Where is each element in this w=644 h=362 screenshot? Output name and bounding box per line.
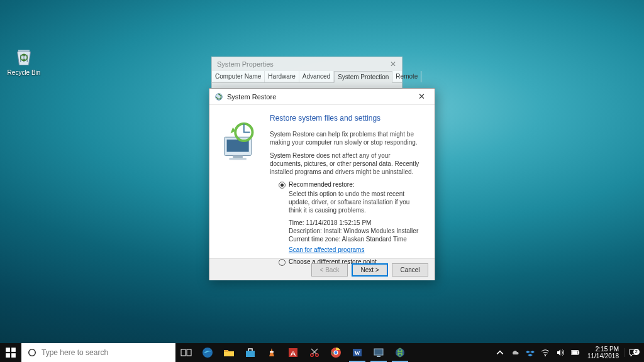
svg-rect-27 [377,356,380,357]
taskbar-app-store[interactable] [240,343,261,362]
cloud-icon [511,348,519,357]
taskbar-app-globe[interactable] [389,343,411,362]
svg-rect-10 [11,353,16,358]
acrobat-icon [287,347,299,358]
battery-icon [571,348,580,357]
sysprop-tabstrip: Computer Name Hardware Advanced System P… [212,71,402,83]
dialog-illustration [209,105,269,258]
recycle-bin-icon [13,45,35,68]
taskbar-search[interactable]: Type here to search [21,343,175,362]
svg-rect-8 [11,348,16,352]
taskbar-app-word[interactable]: W [347,343,368,362]
tab-computer-name[interactable]: Computer Name [212,71,265,82]
monitor-icon [373,347,384,358]
radio-recommended[interactable] [279,182,286,189]
taskbar-app-snip[interactable] [304,343,325,362]
svg-point-28 [396,348,404,357]
scissors-icon [309,347,320,358]
system-restore-icon [214,92,223,101]
tray-chevron[interactable] [493,343,507,362]
task-view-button[interactable] [175,343,197,362]
taskbar-app-acrobat[interactable] [282,343,304,362]
dialog-title: System Restore [227,93,276,101]
vlc-cone-icon [266,347,277,358]
recycle-bin-label: Recycle Bin [5,69,43,76]
dropbox-icon [526,348,535,357]
svg-rect-5 [229,158,246,160]
tray-dropbox[interactable] [523,343,537,362]
taskbar-clock[interactable]: 2:15 PM 11/14/2018 [584,344,623,361]
svg-point-14 [203,348,213,358]
svg-point-30 [545,355,546,356]
svg-rect-32 [578,351,579,354]
folder-icon [223,347,235,358]
svg-rect-16 [246,351,255,357]
globe-icon [394,347,406,358]
edge-icon [202,347,213,358]
windows-logo-icon [5,347,16,358]
taskbar-app-chrome[interactable] [325,343,347,362]
dialog-paragraph-2: System Restore does not affect any of yo… [270,151,423,176]
clock-time: 2:15 PM [587,346,619,353]
search-placeholder: Type here to search [42,348,108,357]
tray-battery[interactable] [569,343,582,362]
tray-volume[interactable] [553,343,567,362]
radio-recommended-label: Recommended restore: [289,181,355,188]
action-center-button[interactable]: 2 [624,348,641,357]
recycle-bin[interactable]: Recycle Bin [5,45,43,76]
restore-illustration-icon [216,118,265,167]
scan-affected-link[interactable]: Scan for affected programs [289,246,364,253]
svg-rect-26 [374,349,383,355]
system-restore-dialog: System Restore ✕ Restore system files an… [209,88,435,280]
task-view-icon [180,347,192,358]
tray-wifi[interactable] [538,343,552,362]
svg-rect-33 [572,351,578,354]
tray-onedrive[interactable] [508,343,522,362]
dialog-titlebar[interactable]: System Restore ✕ [209,89,435,105]
chrome-icon [330,347,341,358]
tab-system-protection[interactable]: System Protection [334,71,392,83]
svg-rect-17 [270,351,274,353]
taskbar-app-vlc[interactable] [261,343,282,362]
store-icon [245,347,256,358]
wifi-icon [541,348,550,357]
clock-date: 11/14/2018 [587,353,619,359]
taskbar-app-explorer[interactable] [218,343,240,362]
cancel-button[interactable]: Cancel [392,263,428,277]
restore-timezone: Current time zone: Alaskan Standard Time [289,236,423,243]
restore-description: Description: Install: Windows Modules In… [289,228,423,234]
recommended-description: Select this option to undo the most rece… [289,190,423,214]
svg-rect-15 [224,350,228,352]
svg-rect-18 [289,348,297,357]
sysprop-close-button[interactable]: ✕ [388,59,398,69]
svg-rect-4 [233,155,243,158]
svg-rect-9 [6,353,10,358]
start-button[interactable] [0,343,21,362]
dialog-paragraph-1: System Restore can help fix problems tha… [270,130,423,146]
radio-choose-different[interactable] [279,259,286,266]
dialog-close-button[interactable]: ✕ [412,90,431,103]
svg-point-11 [29,349,36,356]
tab-hardware[interactable]: Hardware [265,71,299,82]
svg-rect-13 [187,349,191,356]
taskbar-app-sysrestore[interactable] [368,343,389,362]
taskbar-app-edge[interactable] [197,343,218,362]
svg-rect-12 [181,349,186,356]
volume-icon [556,348,565,357]
cortana-circle-icon [28,348,36,357]
svg-rect-7 [6,348,10,352]
svg-text:W: W [355,350,360,356]
tab-advanced[interactable]: Advanced [299,71,334,82]
back-button: < Back [311,263,348,277]
word-icon: W [352,347,363,358]
svg-point-23 [335,351,338,354]
sysprop-title: System Properties [217,60,274,68]
tab-remote[interactable]: Remote [392,71,421,82]
restore-time: Time: 11/14/2018 1:52:15 PM [289,219,423,226]
taskbar: Type here to search W 2:15 PM 11/14/2018… [0,343,644,362]
notification-count: 2 [633,349,640,355]
chevron-up-icon [496,348,504,357]
dialog-heading: Restore system files and settings [270,114,423,123]
next-button[interactable]: Next > [352,263,388,277]
